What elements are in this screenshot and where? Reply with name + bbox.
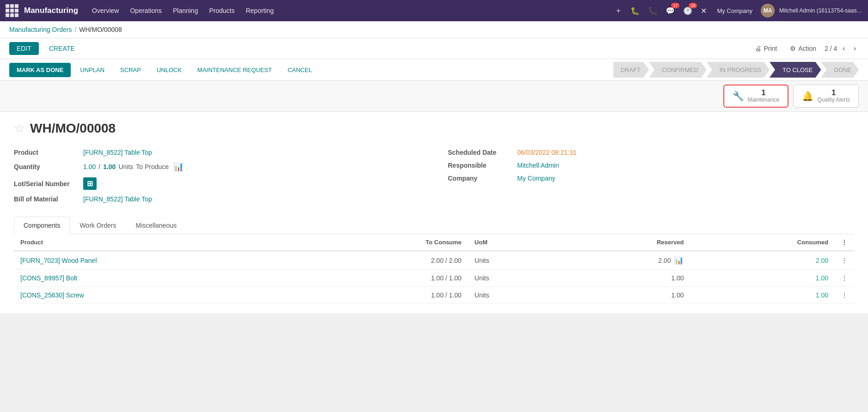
- row3-to-consume: 1.00 / 1.00: [307, 287, 468, 304]
- plus-icon[interactable]: ＋: [613, 4, 624, 18]
- row2-reserved: 1.00: [559, 270, 690, 287]
- row3-product[interactable]: [CONS_25630] Screw: [14, 287, 307, 304]
- quality-alerts-smart-button[interactable]: 🔔 1 Quality Alerts: [793, 85, 859, 108]
- table-row: [CONS_25630] Screw 1.00 / 1.00 Units 1.0…: [14, 287, 854, 304]
- nav-icons: ＋ 🐛 📞 💬 17 🕐 28 ✕ My Company MA Mitchell…: [613, 4, 862, 18]
- col-header-product: Product: [14, 234, 307, 251]
- mark-as-done-button[interactable]: MARK AS DONE: [9, 63, 71, 77]
- company-label: Company: [448, 175, 513, 182]
- scheduled-date-label: Scheduled Date: [448, 149, 513, 156]
- quantity-label: Quantity: [14, 163, 79, 170]
- clock-icon[interactable]: 🕐 28: [681, 5, 694, 17]
- chart-icon[interactable]: 📊: [173, 162, 183, 172]
- settings-icon[interactable]: ✕: [699, 5, 709, 17]
- row1-product[interactable]: [FURN_7023] Wood Panel: [14, 251, 307, 270]
- print-button[interactable]: 🖨 Print: [750, 43, 782, 54]
- nav-operations[interactable]: Operations: [125, 4, 166, 17]
- row3-consumed: 1.00: [690, 287, 835, 304]
- row1-to-consume: 2.00 / 2.00: [307, 251, 468, 270]
- breadcrumb: Manufacturing Orders / WH/MO/00008: [0, 21, 868, 38]
- quantity-total[interactable]: 1.00: [103, 163, 116, 170]
- step-done[interactable]: DONE: [821, 62, 859, 78]
- row1-options-icon[interactable]: ⋮: [835, 251, 854, 270]
- edit-button[interactable]: EDIT: [9, 42, 39, 55]
- row1-chart-icon[interactable]: 📊: [674, 256, 684, 264]
- chat-badge: 17: [671, 3, 679, 8]
- wrench-icon: 🔧: [733, 91, 744, 102]
- bill-of-material-value[interactable]: [FURN_8522] Table Top: [83, 195, 152, 203]
- row2-options-icon[interactable]: ⋮: [835, 270, 854, 287]
- clock-badge: 28: [689, 3, 697, 8]
- bug-icon[interactable]: 🐛: [629, 5, 642, 17]
- unplan-button[interactable]: UNPLAN: [73, 63, 111, 77]
- phone-icon[interactable]: 📞: [646, 5, 659, 17]
- responsible-label: Responsible: [448, 162, 513, 169]
- row3-uom: Units: [468, 287, 559, 304]
- form-grid: Product [FURN_8522] Table Top Quantity 1…: [14, 149, 854, 203]
- action-button[interactable]: ⚙ Action: [785, 43, 821, 54]
- status-bar: MARK AS DONE UNPLAN SCRAP UNLOCK MAINTEN…: [0, 59, 868, 81]
- user-avatar[interactable]: MA: [761, 4, 775, 18]
- maintenance-count-label: 1 Maintenance: [748, 89, 780, 103]
- components-table: Product To Consume UoM Reserved Consumed…: [14, 234, 854, 304]
- product-value[interactable]: [FURN_8522] Table Top: [83, 149, 152, 156]
- next-page-button[interactable]: ›: [851, 43, 859, 54]
- prev-page-button[interactable]: ‹: [840, 43, 848, 54]
- nav-products[interactable]: Products: [204, 4, 239, 17]
- gear-icon: ⚙: [790, 45, 796, 52]
- tab-miscellaneous[interactable]: Miscellaneous: [126, 217, 186, 234]
- step-in-progress[interactable]: IN PROGRESS: [707, 62, 770, 78]
- quantity-current[interactable]: 1.00: [83, 163, 96, 170]
- scrap-button[interactable]: SCRAP: [114, 63, 147, 77]
- row1-consumed: 2.00: [690, 251, 835, 270]
- lot-serial-add-button[interactable]: ⊞: [83, 177, 97, 190]
- scheduled-date-row: Scheduled Date 06/03/2022 08:21:31: [448, 149, 854, 156]
- app-grid-icon[interactable]: [6, 4, 18, 17]
- favorite-star-icon[interactable]: ☆: [14, 121, 24, 136]
- tab-work-orders[interactable]: Work Orders: [70, 217, 126, 234]
- responsible-value[interactable]: Mitchell Admin: [517, 162, 559, 169]
- record-title: WH/MO/00008: [30, 121, 116, 136]
- col-header-options: ⋮: [835, 234, 854, 251]
- breadcrumb-parent[interactable]: Manufacturing Orders: [9, 26, 72, 33]
- cancel-button[interactable]: CANCEL: [281, 63, 318, 77]
- smart-buttons-bar: 🔧 1 Maintenance 🔔 1 Quality Alerts: [0, 81, 868, 112]
- step-confirmed[interactable]: CONFIRMED: [649, 62, 707, 78]
- scheduled-date-value[interactable]: 06/03/2022 08:21:31: [517, 149, 576, 156]
- nav-reporting[interactable]: Reporting: [241, 4, 279, 17]
- pager: 2 / 4 ‹ ›: [825, 43, 859, 54]
- product-row: Product [FURN_8522] Table Top: [14, 149, 420, 156]
- create-button[interactable]: CREATE: [43, 42, 81, 55]
- product-label: Product: [14, 149, 79, 156]
- breadcrumb-separator: /: [74, 26, 76, 33]
- step-to-close[interactable]: TO CLOSE: [770, 62, 821, 78]
- progress-steps: DRAFT CONFIRMED IN PROGRESS TO CLOSE DON…: [613, 62, 859, 78]
- col-header-to-consume: To Consume: [307, 234, 468, 251]
- bill-of-material-label: Bill of Material: [14, 195, 79, 203]
- quality-alerts-count-label: 1 Quality Alerts: [817, 89, 850, 103]
- row2-product[interactable]: [CONS_89957] Bolt: [14, 270, 307, 287]
- responsible-row: Responsible Mitchell Admin: [448, 162, 854, 169]
- quantity-separator: /: [98, 163, 100, 170]
- lot-serial-row: Lot/Serial Number ⊞: [14, 177, 420, 190]
- row3-options-icon[interactable]: ⋮: [835, 287, 854, 304]
- row2-uom: Units: [468, 270, 559, 287]
- chat-icon[interactable]: 💬 17: [664, 5, 677, 17]
- app-name[interactable]: Manufacturing: [24, 6, 78, 15]
- bill-of-material-row: Bill of Material [FURN_8522] Table Top: [14, 195, 420, 203]
- row2-to-consume: 1.00 / 1.00: [307, 270, 468, 287]
- company-name[interactable]: My Company: [713, 7, 756, 14]
- unlock-button[interactable]: UNLOCK: [150, 63, 188, 77]
- table-row: [CONS_89957] Bolt 1.00 / 1.00 Units 1.00…: [14, 270, 854, 287]
- tab-components[interactable]: Components: [14, 217, 70, 234]
- maintenance-smart-button[interactable]: 🔧 1 Maintenance: [723, 85, 789, 108]
- top-nav: Manufacturing Overview Operations Planni…: [0, 0, 868, 21]
- quantity-unit: Units: [118, 163, 133, 170]
- col-header-reserved: Reserved: [559, 234, 690, 251]
- nav-planning[interactable]: Planning: [168, 4, 203, 17]
- nav-overview[interactable]: Overview: [87, 4, 123, 17]
- company-value[interactable]: My Company: [517, 175, 555, 182]
- step-draft[interactable]: DRAFT: [613, 62, 649, 78]
- maintenance-request-button[interactable]: MAINTENANCE REQUEST: [191, 63, 278, 77]
- user-name[interactable]: Mitchell Admin (16113754-saas-15-1-al: [779, 7, 862, 14]
